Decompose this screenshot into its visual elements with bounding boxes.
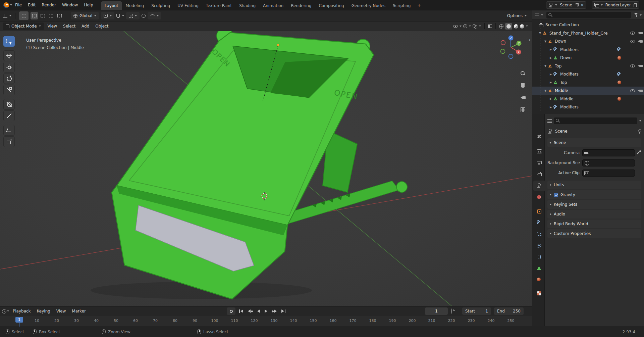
tool-button[interactable] [3, 50, 15, 61]
wireframe-shading-icon[interactable] [499, 24, 503, 29]
menu-item[interactable]: Help [81, 1, 96, 9]
active-tool-button[interactable] [19, 11, 29, 20]
timeline-menu-item[interactable]: Keying [34, 307, 53, 315]
outliner-row[interactable]: Modifiers [532, 46, 644, 54]
properties-tab[interactable] [533, 288, 545, 298]
playhead[interactable]: 1 [15, 317, 23, 323]
outliner-row[interactable]: Modifiers [532, 103, 644, 111]
menu-item[interactable]: Render [39, 1, 59, 9]
outliner-row[interactable]: Modifiers [532, 70, 644, 79]
viewport-menu-item[interactable]: Select [60, 22, 78, 30]
current-frame-field[interactable]: 1 [425, 307, 448, 315]
disable-in-render-icon[interactable] [638, 31, 643, 35]
gizmos-icon[interactable] [463, 24, 467, 28]
rendered-shading-icon[interactable] [520, 24, 524, 29]
hide-in-viewport-icon[interactable] [630, 64, 635, 67]
properties-tab[interactable] [533, 181, 545, 191]
section-checkbox[interactable] [554, 193, 558, 197]
expander-icon[interactable] [548, 97, 553, 100]
properties-search-input[interactable] [554, 117, 637, 124]
workspace-tab[interactable]: Rendering [287, 1, 315, 10]
pivot-point-dropdown[interactable] [101, 12, 114, 19]
camera-view-button[interactable] [518, 93, 528, 102]
material-shading-icon[interactable] [514, 24, 518, 29]
timeline-ruler[interactable]: 1 10203040506070809010011012013014015016… [0, 316, 532, 326]
workspace-tab[interactable]: Layout [101, 1, 122, 10]
new-scene-icon[interactable] [575, 3, 579, 7]
properties-tab[interactable] [533, 192, 545, 202]
scene-selector[interactable]: Scene [546, 1, 586, 9]
properties-tab[interactable] [533, 252, 545, 262]
select-mode-subtract[interactable] [47, 12, 55, 19]
viewport-3d[interactable]: OPEN OPEN User Perspective (1) Scene Col… [0, 31, 532, 306]
outliner-row[interactable]: Middle [532, 95, 644, 103]
disable-in-render-icon[interactable] [638, 89, 643, 93]
chevron-down-icon[interactable] [639, 120, 641, 122]
options-dropdown[interactable]: Options [507, 13, 529, 18]
chevron-down-icon[interactable] [526, 26, 528, 27]
outliner-row[interactable]: Stand_for_Phone_Holder_Gre [532, 29, 644, 38]
menu-item[interactable]: Window [59, 1, 81, 9]
unlink-scene-icon[interactable] [580, 3, 584, 7]
timeline-editor-icon[interactable] [2, 309, 6, 314]
viewport-menu-item[interactable]: View [45, 22, 60, 30]
properties-tab[interactable] [533, 263, 545, 273]
chevron-down-icon[interactable] [640, 14, 642, 16]
eyedropper-icon[interactable] [637, 150, 641, 155]
panel-section-header[interactable]: Custom Properties [547, 229, 641, 238]
properties-tab[interactable] [533, 157, 545, 167]
solid-shading-active[interactable] [505, 23, 512, 30]
chevron-down-icon[interactable] [9, 15, 11, 16]
properties-tab[interactable] [533, 132, 545, 142]
zoom-view-button[interactable] [518, 69, 528, 78]
overlays-icon[interactable] [473, 24, 477, 29]
outliner-search-input[interactable] [546, 12, 631, 18]
outliner-row[interactable]: Top [532, 62, 644, 70]
frame-end-field[interactable]: End 250 [494, 307, 524, 315]
play-reverse-button[interactable] [256, 307, 261, 315]
properties-tab[interactable] [533, 275, 545, 285]
expander-icon[interactable] [543, 89, 548, 92]
panel-section-header[interactable]: Rigid Body World [547, 220, 641, 228]
disable-in-render-icon[interactable] [638, 64, 643, 68]
expander-icon[interactable] [548, 81, 553, 84]
tool-button[interactable] [3, 85, 15, 95]
properties-tab[interactable] [533, 206, 545, 216]
field-input[interactable] [582, 149, 635, 156]
panel-section-header[interactable]: Units [547, 181, 641, 189]
menu-item[interactable]: Edit [25, 1, 39, 9]
tool-button[interactable] [3, 110, 15, 121]
select-mode-new[interactable] [31, 12, 38, 19]
select-mode-extend[interactable] [39, 12, 46, 19]
outliner-row[interactable]: Scene Collection [532, 21, 644, 29]
jump-to-start-button[interactable] [238, 307, 244, 315]
select-mode-intersect[interactable] [56, 12, 63, 19]
properties-tab[interactable] [533, 169, 545, 179]
viewport-menu-item[interactable]: Add [78, 22, 92, 30]
tool-button[interactable] [3, 36, 15, 47]
workspace-tab[interactable]: Modeling [122, 1, 148, 10]
mode-dropdown[interactable]: Object Mode [3, 22, 44, 30]
outliner-row[interactable]: Top [532, 79, 644, 87]
snap-target-dropdown[interactable] [126, 12, 140, 19]
panel-section-header[interactable]: Keying Sets [547, 200, 641, 209]
chevron-down-icon[interactable] [122, 15, 124, 16]
jump-to-end-button[interactable] [280, 307, 286, 315]
proportional-falloff-dropdown[interactable] [148, 12, 161, 19]
outliner-row[interactable]: Down [532, 37, 644, 46]
blender-logo-icon[interactable] [3, 2, 9, 8]
sliders-icon[interactable] [547, 119, 552, 123]
expander-icon[interactable] [543, 40, 548, 43]
chevron-down-icon[interactable] [541, 14, 543, 16]
workspace-tab[interactable]: Texture Paint [202, 1, 235, 10]
workspace-tab[interactable]: Scripting [389, 1, 414, 10]
workspace-tab[interactable]: Geometry Nodes [348, 1, 389, 10]
expander-icon[interactable] [548, 56, 553, 59]
workspace-tab[interactable]: Shading [235, 1, 259, 10]
hide-in-viewport-icon[interactable] [630, 89, 635, 92]
properties-tab[interactable] [533, 240, 545, 250]
navigation-gizmo[interactable]: Z Y X [497, 33, 525, 61]
expander-icon[interactable] [548, 106, 553, 109]
tool-button[interactable] [3, 99, 15, 110]
proportional-editing-icon[interactable] [142, 14, 146, 18]
